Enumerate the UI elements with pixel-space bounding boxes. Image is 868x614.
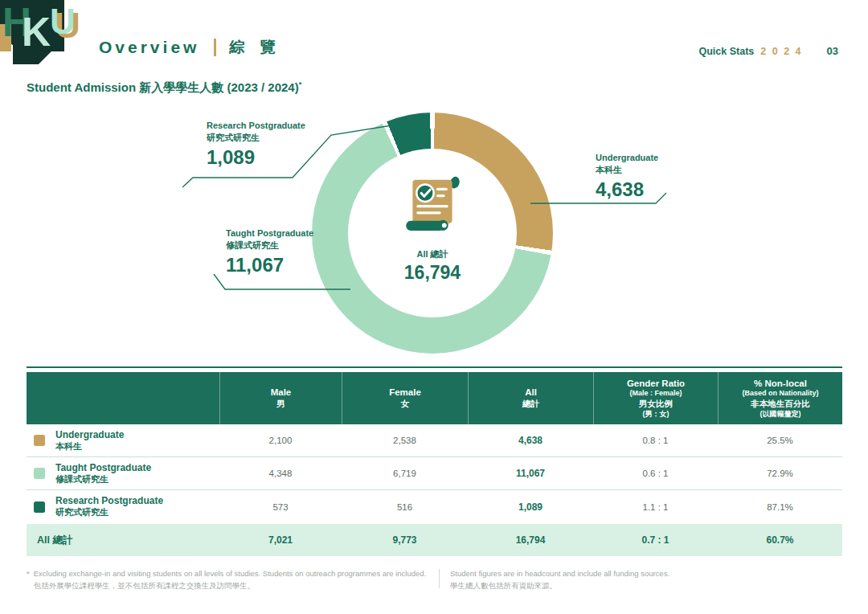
logo-letter-k: K <box>22 12 51 52</box>
taught-postgraduate-value: 11,067 <box>226 254 314 276</box>
header-cell-all: All 總計 <box>468 372 593 424</box>
table-row-taught-postgraduate: Taught Postgraduate 修課式研究生 4,348 6,719 1… <box>27 457 842 490</box>
cell-female: 516 <box>342 502 468 512</box>
total-female: 9,773 <box>342 534 468 546</box>
hku-logo: H K U <box>0 0 87 66</box>
cell-ratio: 0.6 : 1 <box>593 469 718 478</box>
logo-letter-u: U <box>50 4 76 39</box>
table-row-research-postgraduate: Research Postgraduate 研究式研究生 573 516 1,0… <box>27 490 842 523</box>
footnote-right-zh: 學生總人數包括所有資助來源。 <box>450 579 842 591</box>
swatch-taught-postgraduate <box>34 468 45 479</box>
page-header: Overview 綜 覽 <box>99 37 281 58</box>
total-nonlocal: 60.7% <box>718 534 842 546</box>
cell-nonlocal: 25.5% <box>718 436 842 445</box>
table-total-row: All 總計 7,021 9,773 16,794 0.7 : 1 60.7% <box>27 524 842 556</box>
cell-all: 1,089 <box>468 501 593 513</box>
footnote-left-zh: 包括外展學位課程學生，並不包括所有課程之交換生及訪問學生。 <box>34 579 426 591</box>
cell-male: 4,348 <box>219 469 342 478</box>
research-postgraduate-value: 1,089 <box>207 146 305 169</box>
cell-male: 573 <box>219 502 342 512</box>
table-body: Undergraduate 本科生 2,100 2,538 4,638 0.8 … <box>27 424 842 523</box>
label-research-postgraduate: Research Postgraduate 研究式研究生 1,089 <box>207 121 305 169</box>
table-row-undergraduate: Undergraduate 本科生 2,100 2,538 4,638 0.8 … <box>27 424 842 457</box>
footnote-marker: * <box>27 567 30 591</box>
header-cell-male: Male 男 <box>219 372 342 424</box>
section-title: Student Admission 新入學學生人數 (2023 / 2024)* <box>27 80 301 96</box>
cell-nonlocal: 87.1% <box>718 502 842 512</box>
section-title-asterisk: * <box>299 80 302 88</box>
quick-stats-header: Quick Stats 2 0 2 4 03 <box>699 45 838 57</box>
header-cell-female: Female 女 <box>342 372 468 424</box>
page-number: 03 <box>827 45 838 57</box>
cell-male: 2,100 <box>219 436 342 445</box>
donut-center: All 總計 16,794 <box>312 170 553 284</box>
total-ratio: 0.7 : 1 <box>593 534 718 546</box>
footnote-left: * Excluding exchange-in and visiting stu… <box>27 567 428 591</box>
table-header: Male 男 Female 女 All 總計 Gender Ratio (Mal… <box>27 372 842 424</box>
total-all: 16,794 <box>468 534 593 546</box>
donut-center-label: All 總計 <box>312 248 553 260</box>
footnotes: * Excluding exchange-in and visiting stu… <box>27 567 842 591</box>
footnote-right: Student figures are in headcount and inc… <box>450 567 842 591</box>
header-cell-blank <box>27 372 219 424</box>
quick-stats-year: 2 0 2 4 <box>760 46 802 57</box>
swatch-research-postgraduate <box>34 501 45 513</box>
page-title-en: Overview <box>99 38 199 57</box>
cell-female: 6,719 <box>342 469 468 478</box>
page-title-zh: 綜 覽 <box>229 37 280 58</box>
donut-ring: All 總計 16,794 <box>312 113 553 354</box>
header-divider-bar <box>214 39 216 56</box>
label-undergraduate: Undergraduate 本科生 4,638 <box>596 153 658 201</box>
header-cell-nonlocal: % Non-local (Based on Nationality) 非本地生百… <box>718 372 842 424</box>
cell-female: 2,538 <box>342 436 468 445</box>
footnote-divider <box>439 569 440 588</box>
cell-all: 11,067 <box>468 468 593 479</box>
cell-ratio: 1.1 : 1 <box>593 502 718 512</box>
total-label: All 總計 <box>27 534 219 547</box>
report-page: H K U Overview 綜 覽 Quick Stats 2 0 2 4 0… <box>0 0 868 614</box>
quick-stats-label: Quick Stats <box>699 46 755 57</box>
cell-nonlocal: 72.9% <box>718 469 842 478</box>
cell-all: 4,638 <box>468 435 593 446</box>
label-taught-postgraduate: Taught Postgraduate 修課式研究生 11,067 <box>226 228 314 276</box>
cell-ratio: 0.8 : 1 <box>593 436 718 445</box>
footnote-left-en: Excluding exchange-in and visiting stude… <box>34 567 426 579</box>
donut-center-value: 16,794 <box>312 262 553 284</box>
footnote-right-en: Student figures are in headcount and inc… <box>450 567 842 579</box>
table-top-rule <box>27 366 842 368</box>
total-male: 7,021 <box>219 534 342 546</box>
swatch-undergraduate <box>34 435 45 446</box>
undergraduate-value: 4,638 <box>596 178 658 201</box>
header-cell-gender-ratio: Gender Ratio (Male : Female) 男女比例 (男：女) <box>593 372 718 424</box>
scroll-certificate-icon <box>399 170 465 239</box>
